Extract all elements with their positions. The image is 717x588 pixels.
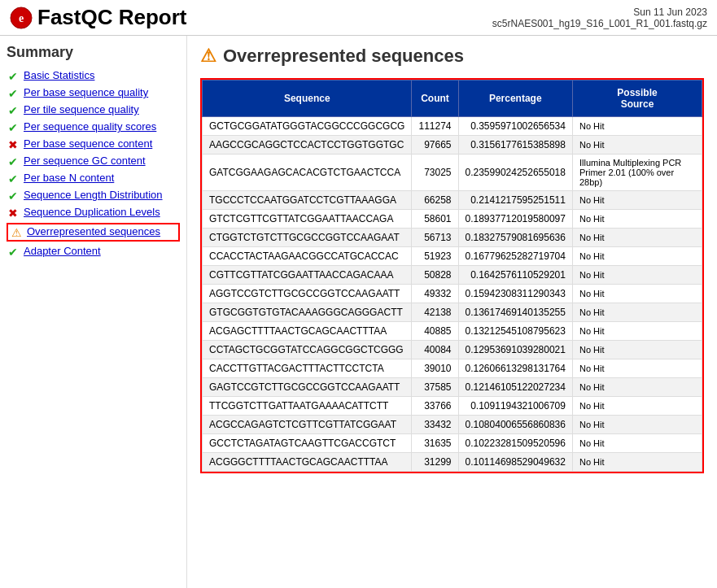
cell-source: No Hit (572, 247, 702, 266)
sidebar-item-per-sequence-quality-scores: ✔Per sequence quality scores (7, 120, 180, 134)
sidebar-link-per-sequence-gc-content[interactable]: Per sequence GC content (24, 155, 146, 167)
sidebar-icon-adapter-content: ✔ (7, 246, 20, 259)
table-row: CTGGTCTGTCTTGCGCCGGTCCAAGAAT567130.18327… (203, 229, 702, 247)
sidebar-icon-per-sequence-quality-scores: ✔ (7, 121, 20, 134)
sidebar-link-per-base-n-content[interactable]: Per base N content (24, 172, 114, 184)
cell-count: 97665 (412, 136, 458, 155)
cell-percentage: 0.13212545108795623 (458, 322, 572, 341)
sidebar-item-per-tile-sequence-quality: ✔Per tile sequence quality (7, 103, 180, 117)
sidebar-title: Summary (7, 44, 180, 61)
section-title-text: Overrepresented sequences (223, 46, 464, 67)
cell-sequence: CTGGTCTGTCTTGCGCCGGTCCAAGAAT (203, 229, 412, 247)
cell-count: 42138 (412, 303, 458, 322)
sidebar-link-overrepresented-sequences[interactable]: Overrepresented sequences (27, 225, 160, 237)
sidebar-link-per-sequence-quality-scores[interactable]: Per sequence quality scores (24, 120, 156, 133)
sidebar-icon-per-base-sequence-content: ✖ (7, 138, 20, 151)
cell-percentage: 0.23599024252655018 (458, 155, 572, 191)
cell-sequence: ACGAGCTTTTAACTGCAGCAACTTTAA (203, 322, 412, 341)
col-header-count: Count (412, 81, 458, 117)
cell-count: 50828 (412, 266, 458, 285)
sidebar-item-basic-statistics: ✔Basic Statistics (7, 69, 180, 83)
table-row: GTGCGGTGTGTACAAAGGGCAGGGACTT421380.13617… (203, 303, 702, 322)
table-row: GCCTCTAGATAGTCAAGTTCGACCGTCT316350.10223… (203, 434, 702, 453)
cell-source: No Hit (572, 322, 702, 341)
sidebar-link-per-base-sequence-quality[interactable]: Per base sequence quality (24, 86, 148, 98)
sidebar: Summary ✔Basic Statistics✔Per base seque… (0, 36, 187, 588)
section-title: ⚠ Overrepresented sequences (200, 46, 704, 67)
section-warn-icon: ⚠ (200, 46, 216, 67)
header-info: Sun 11 Jun 2023 sc5rNAES001_hg19_S16_L00… (492, 7, 707, 29)
main-content: ⚠ Overrepresented sequences Sequence Cou… (187, 36, 717, 588)
cell-count: 40885 (412, 322, 458, 341)
cell-source: No Hit (572, 266, 702, 285)
sidebar-item-per-base-sequence-content: ✖Per base sequence content (7, 137, 180, 151)
sidebar-link-sequence-duplication-levels[interactable]: Sequence Duplication Levels (24, 206, 160, 218)
col-header-source: PossibleSource (572, 81, 702, 117)
col-header-sequence: Sequence (203, 81, 412, 117)
cell-sequence: GAGTCCGTCTTGCGCCGGTCCAAGAATT (203, 378, 412, 397)
cell-percentage: 0.2141217595251511 (458, 191, 572, 210)
sidebar-items: ✔Basic Statistics✔Per base sequence qual… (7, 69, 180, 259)
sidebar-item-overrepresented-sequences: ⚠Overrepresented sequences (7, 223, 180, 242)
cell-sequence: ACGCCAGAGTCTCGTTCGTTATCGGAAT (203, 416, 412, 434)
cell-percentage: 0.1642576110529201 (458, 266, 572, 285)
sidebar-link-sequence-length-distribution[interactable]: Sequence Length Distribution (24, 189, 163, 201)
cell-source: No Hit (572, 359, 702, 378)
cell-sequence: TTCGGTCTTGATTAATGAAAACATTCTT (203, 397, 412, 416)
fastqc-logo: e (10, 7, 33, 29)
table-row: GTCTCGTTCGTTATCGGAATTAACCAGA586010.18937… (203, 210, 702, 229)
svg-text:e: e (19, 12, 24, 24)
cell-percentage: 0.16779625282719704 (458, 247, 572, 266)
cell-count: 40084 (412, 341, 458, 359)
table-row: CCACCTACTAAGAACGGCCATGCACCAC519230.16779… (203, 247, 702, 266)
col-header-percentage: Percentage (458, 81, 572, 117)
cell-sequence: CCTAGCTGCGGTATCCAGGCGGCTCGGG (203, 341, 412, 359)
sidebar-icon-basic-statistics: ✔ (7, 70, 20, 83)
cell-count: 31635 (412, 434, 458, 453)
app-title: FastQC Report (37, 5, 186, 30)
cell-count: 51923 (412, 247, 458, 266)
header: e FastQC Report Sun 11 Jun 2023 sc5rNAES… (0, 0, 717, 36)
cell-count: 31299 (412, 453, 458, 472)
cell-count: 49332 (412, 285, 458, 303)
cell-source: No Hit (572, 397, 702, 416)
cell-source: No Hit (572, 285, 702, 303)
table-row: GATCGGAAGAGCACACGTCTGAACTCCA730250.23599… (203, 155, 702, 191)
cell-percentage: 0.10223281509520596 (458, 434, 572, 453)
cell-count: 58601 (412, 210, 458, 229)
cell-source: No Hit (572, 210, 702, 229)
cell-count: 37585 (412, 378, 458, 397)
table-row: CACCTTGTTACGACTTTACTTCCTCTA390100.126066… (203, 359, 702, 378)
cell-percentage: 0.12146105122027234 (458, 378, 572, 397)
cell-sequence: CCACCTACTAAGAACGGCCATGCACCAC (203, 247, 412, 266)
cell-sequence: CGTTCGTTATCGGAATTAACCAGACAAA (203, 266, 412, 285)
sidebar-item-sequence-length-distribution: ✔Sequence Length Distribution (7, 189, 180, 203)
sidebar-item-sequence-duplication-levels: ✖Sequence Duplication Levels (7, 206, 180, 220)
cell-percentage: 0.10804006556860836 (458, 416, 572, 434)
cell-source: No Hit (572, 434, 702, 453)
table-row: CCTAGCTGCGGTATCCAGGCGGCTCGGG400840.12953… (203, 341, 702, 359)
sidebar-item-per-sequence-gc-content: ✔Per sequence GC content (7, 155, 180, 168)
cell-source: No Hit (572, 378, 702, 397)
sidebar-link-basic-statistics[interactable]: Basic Statistics (24, 69, 94, 81)
sidebar-link-adapter-content[interactable]: Adapter Content (24, 245, 101, 257)
cell-source: No Hit (572, 136, 702, 155)
sidebar-item-per-base-sequence-quality: ✔Per base sequence quality (7, 86, 180, 100)
cell-sequence: GATCGGAAGAGCACACGTCTGAACTCCA (203, 155, 412, 191)
sidebar-link-per-base-sequence-content[interactable]: Per base sequence content (24, 137, 152, 150)
cell-sequence: AGGTCCGTCTTGCGCCGGTCCAAGAATT (203, 285, 412, 303)
sidebar-link-per-tile-sequence-quality[interactable]: Per tile sequence quality (24, 103, 139, 115)
cell-sequence: ACGGGCTTTTAACTGCAGCAACTTTAA (203, 453, 412, 472)
sidebar-icon-overrepresented-sequences: ⚠ (10, 226, 23, 239)
cell-sequence: GTCTCGTTCGTTATCGGAATTAACCAGA (203, 210, 412, 229)
cell-percentage: 0.18327579081695636 (458, 229, 572, 247)
cell-sequence: CACCTTGTTACGACTTTACTTCCTCTA (203, 359, 412, 378)
sidebar-icon-per-tile-sequence-quality: ✔ (7, 104, 20, 117)
overrepresented-table: Sequence Count Percentage PossibleSource… (202, 80, 702, 472)
cell-sequence: GCCTCTAGATAGTCAAGTTCGACCGTCT (203, 434, 412, 453)
table-row: TGCCCTCCAATGGATCCTCGTTAAAGGA662580.21412… (203, 191, 702, 210)
sidebar-icon-per-base-n-content: ✔ (7, 172, 20, 185)
table-row: ACGCCAGAGTCTCGTTCGTTATCGGAAT334320.10804… (203, 416, 702, 434)
table-row: GCTGCGGATATGGGTACGGCCCGGCGCG1112740.3595… (203, 117, 702, 136)
layout: Summary ✔Basic Statistics✔Per base seque… (0, 36, 717, 588)
